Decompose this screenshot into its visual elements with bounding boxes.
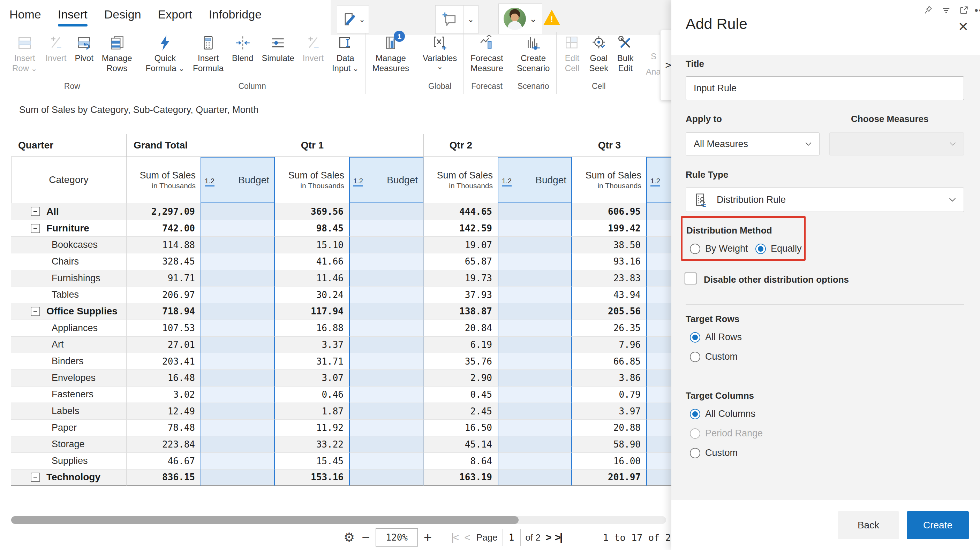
close-icon[interactable]: ✕: [958, 19, 969, 34]
blend-button[interactable]: Blend: [228, 32, 258, 63]
value-cell[interactable]: 163.19: [423, 469, 498, 486]
row-label-supplies[interactable]: Supplies: [11, 452, 126, 469]
row-label-furnishings[interactable]: Furnishings: [11, 270, 126, 287]
value-cell[interactable]: 65.87: [423, 253, 498, 270]
first-page-button[interactable]: |<: [451, 531, 458, 544]
budget-input-cell[interactable]: [646, 369, 671, 386]
value-cell[interactable]: 23.83: [572, 270, 646, 287]
last-page-button[interactable]: >|: [555, 531, 562, 544]
budget-input-cell[interactable]: [646, 253, 671, 270]
previous-page-button[interactable]: <: [464, 531, 469, 544]
budget-input-cell[interactable]: [349, 236, 423, 253]
value-cell[interactable]: 3.86: [572, 369, 646, 386]
value-cell[interactable]: 7.96: [572, 336, 646, 353]
budget-input-cell[interactable]: [498, 253, 572, 270]
variables-button[interactable]: Variables⌄: [418, 32, 461, 70]
value-cell[interactable]: 26.35: [572, 320, 646, 336]
budget-input-cell[interactable]: [498, 419, 572, 436]
value-cell[interactable]: 718.94: [126, 303, 200, 320]
goal-seek-button[interactable]: GoalSeek: [585, 32, 612, 73]
budget-input-cell[interactable]: [349, 303, 423, 320]
number-format-chip[interactable]: 1.2: [502, 177, 512, 187]
row-label-binders[interactable]: Binders: [11, 353, 126, 369]
row-label-furniture[interactable]: Furniture: [11, 220, 126, 237]
budget-input-cell[interactable]: [200, 253, 275, 270]
budget-input-cell[interactable]: [498, 320, 572, 336]
forecast-measure-button[interactable]: ForecastMeasure: [466, 32, 507, 73]
tab-design[interactable]: Design: [104, 8, 141, 27]
value-cell[interactable]: 206.97: [126, 286, 200, 303]
value-cell[interactable]: 16.88: [275, 320, 349, 336]
value-cell[interactable]: 114.88: [126, 236, 200, 253]
back-button[interactable]: Back: [838, 511, 899, 539]
value-cell[interactable]: 11.92: [275, 419, 349, 436]
budget-input-cell[interactable]: [646, 303, 671, 320]
value-cell[interactable]: 153.16: [275, 469, 349, 486]
value-cell[interactable]: 138.87: [423, 303, 498, 320]
next-page-button[interactable]: >: [546, 531, 551, 544]
value-cell[interactable]: 91.71: [126, 270, 200, 287]
popout-icon[interactable]: [957, 4, 970, 17]
filter-lines-icon[interactable]: [940, 4, 953, 17]
value-cell[interactable]: 606.95: [572, 203, 646, 220]
budget-input-cell[interactable]: [498, 286, 572, 303]
value-cell[interactable]: 93.16: [572, 253, 646, 270]
value-cell[interactable]: 31.71: [275, 353, 349, 369]
value-cell[interactable]: 199.42: [572, 220, 646, 237]
value-cell[interactable]: 19.73: [423, 270, 498, 287]
value-cell[interactable]: 30.24: [275, 286, 349, 303]
row-label-all[interactable]: All: [11, 203, 126, 220]
budget-input-cell[interactable]: [646, 436, 671, 453]
budget-input-cell[interactable]: [349, 403, 423, 419]
value-cell[interactable]: 37.93: [423, 286, 498, 303]
budget-input-cell[interactable]: [646, 270, 671, 287]
row-label-chairs[interactable]: Chairs: [11, 253, 126, 270]
radio-columns-custom[interactable]: Custom: [690, 447, 738, 458]
budget-input-cell[interactable]: [498, 436, 572, 453]
budget-input-cell[interactable]: [200, 452, 275, 469]
budget-input-cell[interactable]: [349, 452, 423, 469]
zoom-out-button[interactable]: −: [362, 530, 370, 545]
value-cell[interactable]: 20.84: [423, 320, 498, 336]
budget-input-cell[interactable]: [498, 220, 572, 237]
budget-input-cell[interactable]: [349, 436, 423, 453]
value-cell[interactable]: 223.84: [126, 436, 200, 453]
add-comment-button[interactable]: [435, 5, 463, 34]
collapse-icon[interactable]: [31, 224, 40, 233]
row-label-bookcases[interactable]: Bookcases: [11, 236, 126, 253]
pivot-button[interactable]: Pivot: [70, 32, 97, 63]
data-input-button[interactable]: DataInput ⌄: [328, 32, 363, 73]
budget-input-cell[interactable]: [349, 203, 423, 220]
budget-input-cell[interactable]: [646, 203, 671, 220]
value-cell[interactable]: 98.45: [275, 220, 349, 237]
row-label-art[interactable]: Art: [11, 336, 126, 353]
budget-input-cell[interactable]: [646, 469, 671, 486]
zoom-in-button[interactable]: +: [424, 530, 432, 545]
collapse-icon[interactable]: [31, 207, 40, 216]
create-button[interactable]: Create: [907, 511, 969, 539]
budget-input-cell[interactable]: [646, 419, 671, 436]
budget-input-cell[interactable]: [200, 203, 275, 220]
number-format-chip[interactable]: 1.2: [205, 177, 215, 187]
budget-input-cell[interactable]: [498, 452, 572, 469]
tab-export[interactable]: Export: [158, 8, 192, 27]
budget-input-cell[interactable]: [349, 253, 423, 270]
budget-input-cell[interactable]: [349, 353, 423, 369]
budget-input-cell[interactable]: [646, 286, 671, 303]
value-cell[interactable]: 742.00: [126, 220, 200, 237]
value-cell[interactable]: 117.94: [275, 303, 349, 320]
row-label-office-supplies[interactable]: Office Supplies: [11, 303, 126, 320]
row-label-fasteners[interactable]: Fasteners: [11, 386, 126, 403]
row-label-storage[interactable]: Storage: [11, 436, 126, 453]
radio-rows-custom[interactable]: Custom: [690, 351, 738, 362]
value-cell[interactable]: 46.67: [126, 452, 200, 469]
rule-title-input[interactable]: [686, 76, 964, 100]
value-cell[interactable]: 78.48: [126, 419, 200, 436]
value-cell[interactable]: 35.76: [423, 353, 498, 369]
budget-input-cell[interactable]: [200, 286, 275, 303]
create-scenario-button[interactable]: CreateScenario: [513, 32, 554, 73]
value-cell[interactable]: 201.97: [572, 469, 646, 486]
value-cell[interactable]: 58.90: [572, 436, 646, 453]
value-cell[interactable]: 12.49: [126, 403, 200, 419]
budget-input-cell[interactable]: [498, 303, 572, 320]
